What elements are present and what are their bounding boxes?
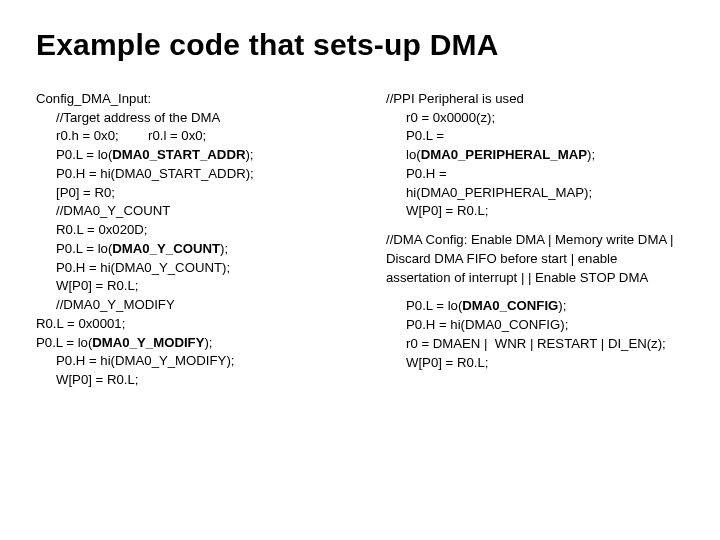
code-text: ); bbox=[220, 241, 228, 256]
code-line: P0.L = lo(DMA0_Y_COUNT); bbox=[36, 240, 356, 259]
code-text: ); bbox=[245, 147, 253, 162]
code-line: R0.L = 0x020D; bbox=[36, 221, 356, 240]
code-line: //DMA0_Y_COUNT bbox=[36, 202, 356, 221]
code-line: [P0] = R0; bbox=[36, 184, 356, 203]
code-comment: //DMA Config: Enable DMA | Memory write … bbox=[386, 231, 684, 287]
code-line: r0.h = 0x0; r0.l = 0x0; bbox=[36, 127, 356, 146]
code-text: ); bbox=[204, 335, 212, 350]
code-line: Config_DMA_Input: bbox=[36, 90, 356, 109]
code-line: W[P0] = R0.L; bbox=[36, 277, 356, 296]
right-column: //PPI Peripheral is used r0 = 0x0000(z);… bbox=[386, 90, 684, 390]
code-bold: DMA0_Y_COUNT bbox=[112, 241, 220, 256]
left-column: Config_DMA_Input: //Target address of th… bbox=[36, 90, 356, 390]
code-line: R0.L = 0x0001; bbox=[36, 315, 356, 334]
code-line: P0.L = bbox=[386, 127, 684, 146]
code-line: r0 = 0x0000(z); bbox=[386, 109, 684, 128]
code-line: //PPI Peripheral is used bbox=[386, 90, 684, 109]
code-text: ); bbox=[587, 147, 595, 162]
code-line: P0.H = bbox=[386, 165, 684, 184]
code-line: P0.L = lo(DMA0_CONFIG); bbox=[386, 297, 684, 316]
code-line: r0 = DMAEN | WNR | RESTART | DI_EN(z); bbox=[386, 335, 684, 354]
code-line: //Target address of the DMA bbox=[36, 109, 356, 128]
code-text: P0.L = lo( bbox=[406, 298, 462, 313]
code-line: P0.H = hi(DMA0_START_ADDR); bbox=[36, 165, 356, 184]
code-text: P0.L = lo( bbox=[36, 335, 92, 350]
code-text: P0.L = lo( bbox=[56, 147, 112, 162]
code-text: P0.L = lo( bbox=[56, 241, 112, 256]
slide-title: Example code that sets-up DMA bbox=[36, 28, 684, 62]
code-line: W[P0] = R0.L; bbox=[386, 354, 684, 373]
code-line: //DMA0_Y_MODIFY bbox=[36, 296, 356, 315]
gap bbox=[386, 221, 684, 231]
code-bold: DMA0_CONFIG bbox=[462, 298, 558, 313]
code-line: P0.H = hi(DMA0_Y_MODIFY); bbox=[36, 352, 356, 371]
code-text: lo( bbox=[406, 147, 421, 162]
code-text: ); bbox=[558, 298, 566, 313]
code-line: P0.L = lo(DMA0_Y_MODIFY); bbox=[36, 334, 356, 353]
code-line: P0.H = hi(DMA0_Y_COUNT); bbox=[36, 259, 356, 278]
gap bbox=[386, 287, 684, 297]
code-bold: DMA0_START_ADDR bbox=[112, 147, 245, 162]
code-line: P0.L = lo(DMA0_START_ADDR); bbox=[36, 146, 356, 165]
code-line: W[P0] = R0.L; bbox=[36, 371, 356, 390]
code-bold: DMA0_PERIPHERAL_MAP bbox=[421, 147, 587, 162]
code-line: P0.H = hi(DMA0_CONFIG); bbox=[386, 316, 684, 335]
code-line: lo(DMA0_PERIPHERAL_MAP); bbox=[386, 146, 684, 165]
code-line: W[P0] = R0.L; bbox=[386, 202, 684, 221]
code-bold: DMA0_Y_MODIFY bbox=[92, 335, 204, 350]
code-line: hi(DMA0_PERIPHERAL_MAP); bbox=[386, 184, 684, 203]
content-columns: Config_DMA_Input: //Target address of th… bbox=[36, 90, 684, 390]
